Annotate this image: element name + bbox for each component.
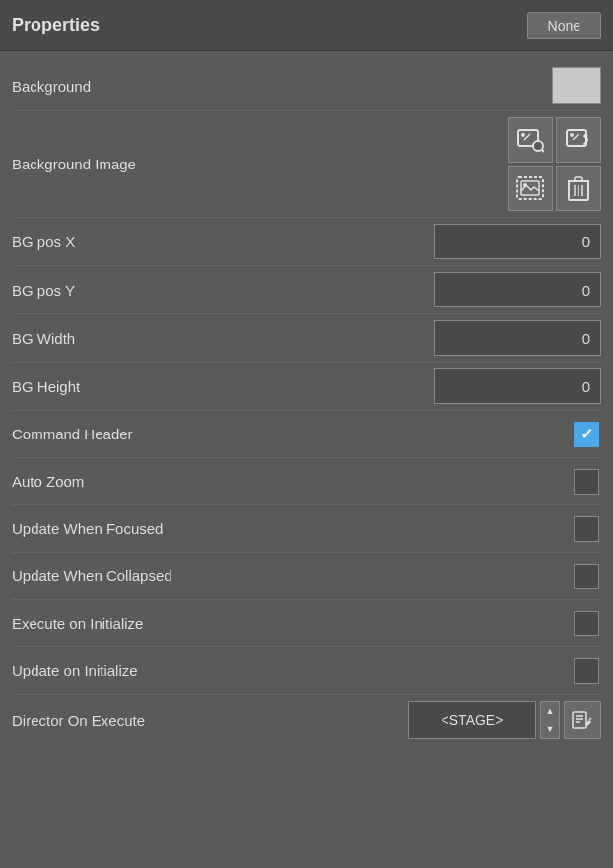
command-header-checkbox[interactable] <box>574 422 599 447</box>
bg-pos-x-row: BG pos X <box>12 218 601 266</box>
bg-pos-x-control <box>434 224 601 259</box>
director-select[interactable]: <STAGE> <box>408 701 536 739</box>
image-buttons-grid <box>508 117 601 211</box>
director-select-wrap: <STAGE> ▲ ▼ <box>408 701 601 739</box>
update-on-initialize-row: Update on Initialize <box>12 647 601 695</box>
svg-rect-17 <box>573 712 586 728</box>
bg-height-control <box>434 368 601 404</box>
auto-zoom-label: Auto Zoom <box>12 473 572 490</box>
refresh-image-button[interactable] <box>556 117 601 163</box>
background-color-swatch[interactable] <box>552 67 601 104</box>
bg-width-label: BG Width <box>12 330 434 347</box>
svg-point-10 <box>523 183 527 187</box>
bg-pos-y-row: BG pos Y <box>12 266 601 314</box>
svg-rect-13 <box>575 177 582 181</box>
background-image-label: Background Image <box>12 156 508 172</box>
bg-pos-y-control <box>434 272 601 307</box>
arrow-down-icon: ▼ <box>546 724 555 734</box>
update-when-focused-checkbox[interactable] <box>574 516 599 542</box>
background-row: Background <box>12 61 601 111</box>
bg-pos-x-input[interactable] <box>434 224 601 259</box>
execute-on-initialize-control <box>572 609 601 638</box>
properties-content: Background Background Image <box>0 51 613 868</box>
delete-image-button[interactable] <box>556 166 601 211</box>
arrow-up-icon: ▲ <box>546 706 555 716</box>
background-control <box>552 67 601 104</box>
load-image-button[interactable] <box>508 117 553 163</box>
svg-line-2 <box>542 150 545 153</box>
properties-panel: Properties None Background Background Im… <box>0 0 613 868</box>
director-edit-button[interactable] <box>564 701 601 739</box>
svg-line-21 <box>589 718 591 720</box>
command-header-label: Command Header <box>12 426 572 442</box>
bg-width-input[interactable] <box>434 320 601 356</box>
update-when-focused-control <box>572 514 601 544</box>
svg-rect-5 <box>567 130 586 146</box>
bg-pos-x-label: BG pos X <box>12 234 434 250</box>
bg-pos-y-label: BG pos Y <box>12 282 434 299</box>
svg-point-7 <box>570 133 574 137</box>
svg-point-4 <box>521 133 525 137</box>
background-image-row: Background Image <box>12 111 601 218</box>
browse-image-button[interactable] <box>508 166 553 211</box>
update-when-focused-label: Update When Focused <box>12 520 572 537</box>
background-image-control <box>508 117 601 211</box>
command-header-control <box>572 420 601 449</box>
panel-header: Properties None <box>0 0 613 51</box>
execute-on-initialize-row: Execute on Initialize <box>12 600 601 647</box>
bg-height-row: BG Height <box>12 363 601 411</box>
command-header-row: Command Header <box>12 411 601 458</box>
bg-width-control <box>434 320 601 356</box>
update-on-initialize-checkbox[interactable] <box>574 658 599 684</box>
auto-zoom-checkbox[interactable] <box>574 469 599 495</box>
director-select-arrows[interactable]: ▲ ▼ <box>540 701 560 739</box>
execute-on-initialize-label: Execute on Initialize <box>12 615 572 632</box>
update-when-collapsed-row: Update When Collapsed <box>12 553 601 600</box>
panel-title: Properties <box>12 15 100 35</box>
bg-pos-y-input[interactable] <box>434 272 601 307</box>
update-on-initialize-control <box>572 656 601 686</box>
update-when-collapsed-checkbox[interactable] <box>574 564 599 589</box>
update-when-collapsed-label: Update When Collapsed <box>12 568 572 584</box>
update-when-focused-row: Update When Focused <box>12 505 601 553</box>
bg-width-row: BG Width <box>12 314 601 363</box>
bg-height-input[interactable] <box>434 368 601 404</box>
background-label: Background <box>12 78 552 95</box>
director-on-execute-row: Director On Execute <STAGE> ▲ ▼ <box>12 695 601 746</box>
auto-zoom-control <box>572 467 601 497</box>
bg-height-label: BG Height <box>12 378 434 395</box>
none-button[interactable]: None <box>527 12 601 39</box>
auto-zoom-row: Auto Zoom <box>12 458 601 505</box>
director-on-execute-label: Director On Execute <box>12 712 408 729</box>
update-on-initialize-label: Update on Initialize <box>12 662 572 679</box>
update-when-collapsed-control <box>572 562 601 591</box>
execute-on-initialize-checkbox[interactable] <box>574 611 599 636</box>
